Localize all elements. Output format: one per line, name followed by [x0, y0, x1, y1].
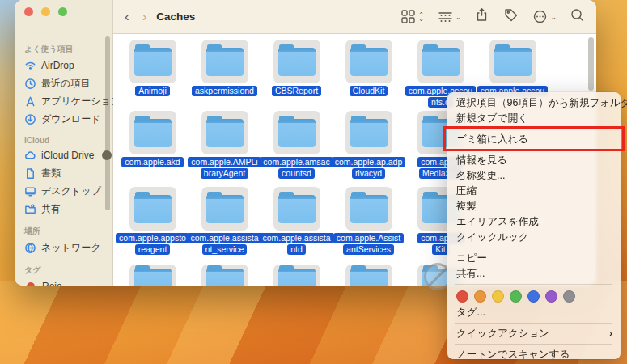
- menu-item-quick-look[interactable]: クイックルック: [447, 230, 621, 245]
- sidebar-item-label: 書類: [41, 167, 61, 180]
- folder-item[interactable]: com.apple.amsaccountsd: [261, 111, 333, 179]
- folder-icon: [134, 48, 172, 76]
- zoom-button[interactable]: [58, 7, 67, 16]
- menu-item-tags[interactable]: タグ...: [447, 305, 621, 320]
- menu-item-scan-with-norton[interactable]: ノートンでスキャンする: [447, 347, 621, 362]
- document-icon: [24, 167, 36, 180]
- folder-item[interactable]: Animoji: [117, 40, 189, 108]
- folder-item[interactable]: [189, 265, 261, 286]
- folder-icon: [206, 48, 244, 76]
- sidebar-item-label: iCloud Drive: [41, 150, 94, 161]
- more-actions-button[interactable]: ⌄: [532, 9, 556, 24]
- share-icon: [474, 7, 489, 23]
- folder-icon: [206, 269, 244, 286]
- menu-item-new-folder-from-selection[interactable]: 選択項目（96項目）から新規フォルダ: [447, 95, 621, 111]
- search-button[interactable]: [570, 7, 585, 26]
- tag-color-green[interactable]: [510, 290, 522, 303]
- folder-icon: [206, 119, 244, 147]
- chevron-down-icon: ⌄: [550, 13, 556, 21]
- folder-item[interactable]: com.apple.akd: [117, 111, 189, 179]
- folder-label: Animoji: [135, 86, 169, 96]
- window-title: Caches: [156, 11, 195, 23]
- annotation-highlight-box: [443, 126, 625, 151]
- folder-icon: [134, 195, 172, 223]
- folder-label: com.apple.assista: [187, 233, 261, 243]
- tag-color-red[interactable]: [456, 290, 468, 303]
- sidebar-item-label: Rojo: [42, 281, 62, 286]
- shared-folder-icon: [24, 203, 36, 215]
- ellipsis-circle-icon: [532, 9, 548, 24]
- tag-color-gray[interactable]: [563, 290, 575, 303]
- folder-icon: [134, 269, 172, 286]
- menu-item-share[interactable]: 共有...: [447, 266, 621, 281]
- menu-item-quick-actions[interactable]: クイックアクション ›: [447, 326, 621, 341]
- sidebar-item-label: 共有: [41, 202, 61, 216]
- tag-button[interactable]: [503, 7, 519, 26]
- tag-color-orange[interactable]: [474, 290, 486, 303]
- folder-label: com.apple.Assist: [333, 233, 404, 243]
- folder-item[interactable]: com.apple.assistantd: [261, 187, 333, 255]
- folder-item[interactable]: com.apple.AMPLibraryAgent: [189, 111, 261, 179]
- menu-item-make-alias[interactable]: エイリアスを作成: [447, 214, 621, 230]
- sidebar-item-tag-rojo[interactable]: Rojo: [24, 277, 112, 286]
- folder-label: askpermissiond: [192, 86, 257, 96]
- back-button[interactable]: ‹: [125, 10, 129, 23]
- menu-item-compress[interactable]: 圧縮: [447, 184, 621, 199]
- folder-icon: [350, 195, 388, 223]
- folder-item[interactable]: com.apple.ap.adprivacyd: [333, 111, 405, 179]
- sidebar-item-network[interactable]: ネットワーク: [24, 239, 112, 256]
- menu-separator: [455, 323, 612, 324]
- sidebar-item-applications[interactable]: アプリケーション: [24, 92, 112, 110]
- tag-color-purple[interactable]: [545, 290, 557, 303]
- clock-icon: [24, 78, 36, 90]
- folder-label: com.apple.appsto: [116, 233, 189, 243]
- sidebar-item-label: ダウンロード: [41, 112, 100, 126]
- folder-item[interactable]: CBSReport: [261, 40, 333, 108]
- tag-color-blue[interactable]: [527, 290, 540, 303]
- menu-item-duplicate[interactable]: 複製: [447, 199, 621, 214]
- view-options-button[interactable]: ⌃⌄: [400, 9, 424, 24]
- sidebar-item-desktop[interactable]: デスクトップ: [24, 182, 112, 200]
- folder-label: com.apple.amsac: [260, 157, 333, 167]
- sidebar-item-shared[interactable]: 共有: [24, 200, 112, 218]
- sidebar-section-tags: タグ: [24, 265, 112, 276]
- menu-item-copy[interactable]: コピー: [447, 251, 621, 266]
- folder-icon: [278, 269, 316, 286]
- sidebar-item-recents[interactable]: 最近の項目: [24, 74, 112, 92]
- menu-item-rename[interactable]: 名称変更...: [447, 168, 621, 184]
- grid-view-icon: [400, 9, 416, 24]
- content-scrollbar[interactable]: [588, 37, 594, 91]
- minimize-button[interactable]: [41, 7, 50, 16]
- folder-icon: [278, 195, 316, 223]
- folder-item[interactable]: [333, 265, 405, 286]
- toolbar: ‹ › Caches ⌃⌄ ⌄: [113, 0, 596, 34]
- menu-separator: [455, 284, 612, 285]
- folder-label: com.apple.assista: [259, 233, 333, 243]
- folder-item[interactable]: askpermissiond: [189, 40, 261, 108]
- menu-item-open-in-new-tab[interactable]: 新規タブで開く: [447, 111, 621, 126]
- sidebar-item-label: 最近の項目: [41, 77, 90, 91]
- folder-item[interactable]: [261, 265, 333, 286]
- sidebar-item-downloads[interactable]: ダウンロード: [24, 110, 112, 128]
- folder-item[interactable]: com.apple.appstoreagent: [117, 187, 189, 255]
- sidebar-item-icloud-drive[interactable]: iCloud Drive: [24, 146, 112, 164]
- group-by-button[interactable]: ⌄: [438, 9, 461, 24]
- folder-item[interactable]: com.apple.assistant_service: [189, 187, 261, 255]
- sidebar-item-airdrop[interactable]: AirDrop: [24, 57, 112, 74]
- tag-color-yellow[interactable]: [492, 290, 504, 303]
- folder-item[interactable]: CloudKit: [333, 40, 405, 108]
- folder-icon: [350, 119, 388, 147]
- folder-label: com.apple.ap.adp: [332, 157, 405, 167]
- desktop-icon: [24, 185, 36, 197]
- folder-icon: [206, 195, 244, 223]
- tag-color-row: [447, 287, 621, 305]
- menu-item-get-info[interactable]: 情報を見る: [447, 153, 621, 168]
- folder-item[interactable]: [117, 265, 189, 286]
- folder-item[interactable]: com.apple.AssistantServices: [333, 187, 405, 255]
- share-button[interactable]: [474, 7, 489, 26]
- sidebar-item-documents[interactable]: 書類: [24, 164, 112, 182]
- close-button[interactable]: [24, 7, 33, 16]
- folder-label: CloudKit: [350, 86, 388, 96]
- sidebar-scrollbar[interactable]: [105, 36, 110, 210]
- forward-button[interactable]: ›: [142, 10, 147, 23]
